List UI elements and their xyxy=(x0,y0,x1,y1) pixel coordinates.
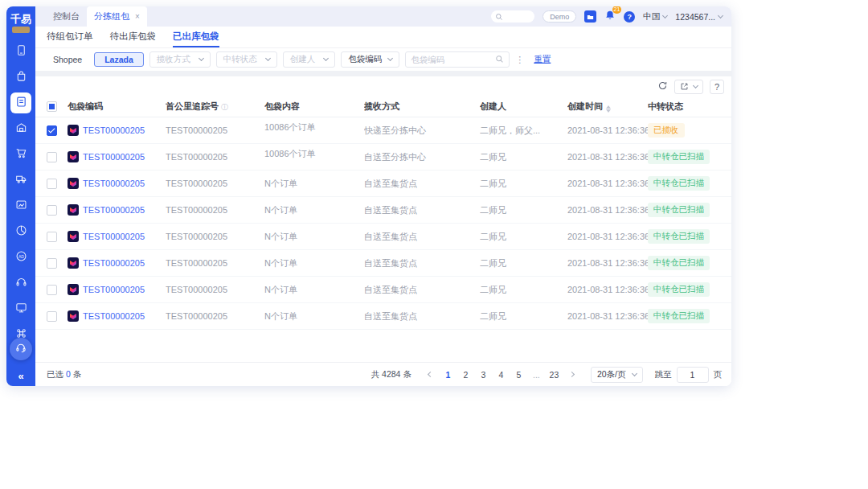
sidebar-item-screen[interactable] xyxy=(10,298,31,319)
account-menu[interactable]: 1234567... xyxy=(675,12,723,22)
sidebar-item-service[interactable] xyxy=(10,273,31,294)
platform-filter-shopee[interactable]: Shopee xyxy=(47,52,88,67)
row-checkbox[interactable] xyxy=(47,125,57,136)
page-button[interactable]: 1 xyxy=(441,368,455,382)
tab-sorting-pack[interactable]: 分拣组包 × xyxy=(87,6,147,27)
sidebar-item-report[interactable] xyxy=(10,221,31,242)
bag-code-link[interactable]: TEST00000205 xyxy=(83,179,145,188)
page-size-select[interactable]: 20条/页 xyxy=(591,367,643,383)
table-row[interactable]: TEST00000205 TEST00000205 10086个订单 自送至分拣… xyxy=(35,144,731,171)
tracking-number: TEST00000205 xyxy=(166,205,264,215)
table-row[interactable]: TEST00000205 TEST00000205 10086个订单 快递至分拣… xyxy=(35,117,731,144)
bag-code-link[interactable]: TEST00000205 xyxy=(83,285,145,294)
row-checkbox[interactable] xyxy=(47,258,57,269)
sidebar-item-label[interactable] xyxy=(10,195,31,216)
chevron-down-icon xyxy=(631,370,637,376)
page-button[interactable]: 23 xyxy=(547,368,561,382)
page-button[interactable]: 4 xyxy=(494,368,508,382)
main-area: 控制台 分拣组包 × Demo 21 ? 中国 1234567... xyxy=(35,6,731,386)
folder-icon xyxy=(587,10,594,24)
bag-content: N个订单 xyxy=(264,204,364,216)
transit-status-select[interactable]: 中转状态 xyxy=(216,51,277,68)
row-checkbox[interactable] xyxy=(47,152,57,162)
refresh-button[interactable] xyxy=(657,80,668,94)
transit-status-label: 中转状态 xyxy=(223,54,257,65)
sidebar-item-logistics[interactable] xyxy=(10,170,31,191)
demo-badge[interactable]: Demo xyxy=(542,10,576,23)
bag-code-search-input[interactable] xyxy=(411,55,492,64)
workspace-button[interactable] xyxy=(584,10,596,23)
row-checkbox[interactable] xyxy=(47,205,57,216)
bag-code-link[interactable]: TEST00000205 xyxy=(83,232,145,241)
creator-select[interactable]: 创建人 xyxy=(283,51,336,68)
bag-content: 10086个订单 xyxy=(264,144,364,160)
sidebar-item-ad[interactable]: AD xyxy=(10,247,31,268)
pickup-method-select[interactable]: 揽收方式 xyxy=(149,51,211,68)
region-select[interactable]: 中国 xyxy=(643,11,667,23)
row-checkbox[interactable] xyxy=(47,285,57,295)
page-button[interactable]: 3 xyxy=(477,368,490,382)
export-button[interactable] xyxy=(674,80,703,94)
bag-content: N个订单 xyxy=(264,178,364,190)
selected-info: 已选0条 xyxy=(47,369,81,380)
search-type-select[interactable]: 包袋编码 xyxy=(341,51,399,68)
notifications-button[interactable]: 21 xyxy=(604,10,616,24)
table-row[interactable]: TEST00000205 TEST00000205 N个订单 自送至集货点 二师… xyxy=(35,277,731,303)
row-checkbox[interactable] xyxy=(47,179,57,189)
customer-support-button[interactable] xyxy=(10,338,32,360)
bag-code-link[interactable]: TEST00000205 xyxy=(83,205,145,215)
sort-icon[interactable] xyxy=(606,105,611,113)
status-badge: 中转仓已扫描 xyxy=(648,203,710,217)
region-label: 中国 xyxy=(643,11,660,23)
platform-filter-lazada[interactable]: Lazada xyxy=(94,52,144,67)
pagination-next[interactable] xyxy=(565,368,579,382)
col-time[interactable]: 创建时间 xyxy=(567,101,648,113)
table-row[interactable]: TEST00000205 TEST00000205 N个订单 自送至集货点 二师… xyxy=(35,303,731,330)
sidebar-item-orders[interactable] xyxy=(10,92,31,113)
sidebar-item-warehouse[interactable] xyxy=(10,118,31,139)
subtab-pending-outbound-bags[interactable]: 待出库包袋 xyxy=(110,27,157,47)
page-button[interactable]: 5 xyxy=(512,368,526,382)
more-filters-icon[interactable]: ⋮ xyxy=(515,55,524,65)
table-row[interactable]: TEST00000205 TEST00000205 N个订单 自送至集货点 二师… xyxy=(35,224,731,250)
chevron-left-icon xyxy=(428,372,433,377)
sidebar-item-cart[interactable] xyxy=(10,144,31,165)
sidebar-collapse-button[interactable]: « xyxy=(18,370,23,382)
bag-code-link[interactable]: TEST00000205 xyxy=(83,152,145,162)
bag-content: N个订单 xyxy=(264,284,364,296)
reset-filters-link[interactable]: 重置 xyxy=(534,54,551,65)
close-icon[interactable]: × xyxy=(135,13,140,21)
jump-page-input[interactable] xyxy=(677,367,709,383)
row-checkbox[interactable] xyxy=(47,311,57,322)
tab-sorting-pack-label: 分拣组包 xyxy=(94,10,129,23)
subtab-outbound-bags[interactable]: 已出库包袋 xyxy=(173,27,219,47)
select-all-checkbox[interactable] xyxy=(47,101,57,112)
sidebar-item-bag[interactable] xyxy=(10,67,31,88)
tracking-number: TEST00000205 xyxy=(166,311,264,321)
bag-code-link[interactable]: TEST00000205 xyxy=(83,311,145,321)
col-content: 包袋内容 xyxy=(264,101,364,113)
page-size-label: 20条/页 xyxy=(597,369,626,380)
table-empty-space xyxy=(35,330,731,362)
table-card: ? 包袋编码 首公里追踪号ⓘ 包袋内容 揽收方式 创建人 创建时间 中转状态 T… xyxy=(35,76,731,386)
info-icon[interactable]: ⓘ xyxy=(221,103,228,111)
subtab-pending-pack-orders[interactable]: 待组包订单 xyxy=(47,27,93,47)
search-icon[interactable] xyxy=(495,52,504,67)
table-row[interactable]: TEST00000205 TEST00000205 N个订单 自送至集货点 二师… xyxy=(35,171,731,197)
bag-code-link[interactable]: TEST00000205 xyxy=(83,258,145,268)
sidebar-item-device[interactable] xyxy=(10,41,31,62)
tab-console[interactable]: 控制台 xyxy=(46,6,87,27)
row-checkbox[interactable] xyxy=(47,232,57,242)
device-icon xyxy=(15,44,27,60)
chevron-down-icon xyxy=(662,12,668,18)
help-button[interactable]: ? xyxy=(624,11,635,23)
table-row[interactable]: TEST00000205 TEST00000205 N个订单 自送至集货点 二师… xyxy=(35,197,731,224)
chevron-down-icon xyxy=(387,55,393,61)
table-help-button[interactable]: ? xyxy=(710,80,724,94)
pagination-prev[interactable] xyxy=(424,368,437,382)
table-row[interactable]: TEST00000205 TEST00000205 N个订单 自送至集货点 二师… xyxy=(35,250,731,277)
page-button[interactable]: 2 xyxy=(459,368,473,382)
creator: 二师兄，师父... xyxy=(480,125,567,137)
topbar-search-input[interactable] xyxy=(491,10,534,23)
bag-code-link[interactable]: TEST00000205 xyxy=(83,125,145,135)
